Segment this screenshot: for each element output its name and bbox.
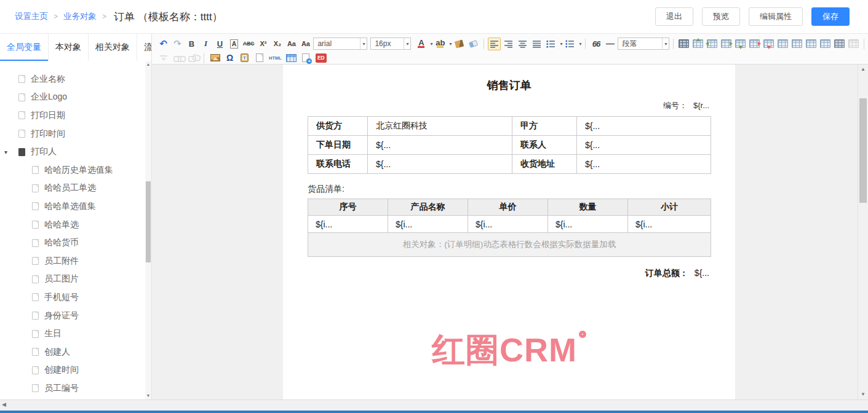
cell-address-value[interactable]: ${... bbox=[577, 155, 711, 174]
delete-column-icon[interactable] bbox=[762, 37, 775, 50]
to-lowercase-icon[interactable]: Aa bbox=[299, 37, 312, 50]
editor-scrollbar[interactable]: ▲ ▼ bbox=[858, 65, 868, 399]
undo-icon[interactable]: ↶ bbox=[157, 37, 170, 50]
paragraph-format-select[interactable]: 段落▾ bbox=[618, 37, 669, 50]
split-cells-rows-icon[interactable] bbox=[805, 37, 818, 50]
font-size-select[interactable]: 16px▾ bbox=[370, 37, 411, 50]
split-cells-columns-icon[interactable] bbox=[819, 37, 832, 50]
align-left-icon[interactable] bbox=[488, 37, 501, 50]
document-title[interactable]: 销售订单 bbox=[283, 65, 735, 93]
insert-table-icon[interactable] bbox=[677, 37, 690, 50]
document-page[interactable]: 销售订单 编号：${r... 供货方 北京红圈科技 甲方 ${... 下单日期 … bbox=[283, 65, 735, 399]
cell-address-label[interactable]: 收货地址 bbox=[512, 155, 577, 174]
col-seq-no[interactable]: 序号 bbox=[308, 199, 388, 216]
items-list-label[interactable]: 货品清单: bbox=[308, 184, 735, 195]
insert-row-below-icon[interactable] bbox=[734, 37, 747, 50]
caret-down-icon[interactable]: ▾ bbox=[4, 149, 7, 155]
sidebar-item-employee-no[interactable]: 员工编号 bbox=[0, 379, 145, 398]
insert-column-left-icon[interactable] bbox=[706, 37, 719, 50]
ordered-list-icon[interactable] bbox=[544, 37, 557, 50]
underline-icon[interactable]: U bbox=[213, 37, 226, 50]
cell-phone-value[interactable]: ${... bbox=[368, 155, 512, 174]
scroll-down-icon[interactable]: ▼ bbox=[858, 390, 868, 399]
highlight-color-icon[interactable]: ab bbox=[434, 37, 447, 50]
cell-buyer-value[interactable]: ${... bbox=[577, 117, 711, 136]
tab-global-variables[interactable]: 全局变量 bbox=[0, 34, 49, 61]
preview-button[interactable]: 预览 bbox=[702, 7, 740, 26]
item-cell-qty[interactable]: ${i... bbox=[548, 216, 628, 233]
sidebar-item-print-date[interactable]: 打印日期 bbox=[0, 106, 145, 125]
col-subtotal[interactable]: 小计 bbox=[628, 199, 711, 216]
item-cell-price[interactable]: ${i... bbox=[468, 216, 548, 233]
paste-from-word-icon[interactable] bbox=[238, 52, 251, 65]
sidebar-item-employee-select[interactable]: 哈哈员工单选 bbox=[0, 179, 145, 198]
align-right-icon[interactable] bbox=[502, 37, 515, 50]
font-color-icon[interactable]: A bbox=[415, 37, 428, 50]
sidebar-item-history-select-set[interactable]: 哈哈历史单选值集 bbox=[0, 161, 145, 179]
italic-icon[interactable]: I bbox=[199, 37, 212, 50]
sidebar-scrollbar-thumb[interactable] bbox=[146, 181, 151, 262]
merge-cells-right-icon[interactable] bbox=[776, 37, 789, 50]
sidebar-item-id-number[interactable]: 身份证号 bbox=[0, 307, 145, 325]
field-editor-icon[interactable]: ED bbox=[314, 52, 328, 65]
sidebar-item-creator[interactable]: 创建人 bbox=[0, 343, 145, 361]
strikethrough-icon[interactable]: ABC bbox=[242, 37, 255, 50]
align-center-icon[interactable] bbox=[516, 37, 529, 50]
sidebar-item-print-user[interactable]: ▾打印人 bbox=[0, 143, 145, 161]
insert-image-icon[interactable] bbox=[209, 52, 221, 65]
sidebar-item-birthday[interactable]: 生日 bbox=[0, 324, 145, 343]
insert-template-icon[interactable] bbox=[300, 52, 313, 65]
editor-scrollbar-thumb[interactable] bbox=[859, 98, 867, 203]
subscript-icon[interactable]: X₂ bbox=[271, 37, 284, 50]
sidebar-item-create-time[interactable]: 创建时间 bbox=[0, 361, 145, 380]
scroll-left-icon[interactable]: ◀ bbox=[2, 401, 6, 407]
sidebar-item-employee-attachment[interactable]: 员工附件 bbox=[0, 252, 145, 270]
blockquote-icon[interactable]: 66 bbox=[589, 37, 602, 50]
delete-row-icon[interactable] bbox=[748, 37, 761, 50]
cell-supplier-value[interactable]: 北京红圈科技 bbox=[368, 117, 512, 136]
sidebar-item-company-name[interactable]: 企业名称 bbox=[0, 70, 145, 88]
scroll-up-icon[interactable]: ▲ bbox=[858, 65, 868, 74]
sidebar-item-print-time[interactable]: 打印时间 bbox=[0, 125, 145, 143]
unordered-list-icon[interactable] bbox=[563, 37, 576, 50]
font-family-select[interactable]: arial▾ bbox=[313, 37, 367, 50]
tab-related-objects[interactable]: 相关对象 bbox=[89, 34, 137, 61]
insert-row-above-icon[interactable] bbox=[691, 37, 704, 50]
bold-icon[interactable]: B bbox=[185, 37, 198, 50]
cell-contact-value[interactable]: ${... bbox=[577, 136, 711, 155]
eraser-icon[interactable] bbox=[467, 37, 480, 50]
new-document-icon[interactable] bbox=[253, 52, 266, 65]
cell-supplier-label[interactable]: 供货方 bbox=[308, 117, 368, 136]
special-character-icon[interactable]: Ω bbox=[223, 52, 236, 65]
edit-properties-button[interactable]: 编辑属性 bbox=[749, 7, 803, 26]
redo-icon[interactable]: ↷ bbox=[171, 37, 184, 50]
item-cell-product[interactable]: ${i... bbox=[388, 216, 468, 233]
dynamic-table-icon[interactable] bbox=[285, 52, 298, 65]
horizontal-scrollbar[interactable]: ◀ bbox=[0, 399, 868, 411]
cell-contact-label[interactable]: 联系人 bbox=[512, 136, 577, 155]
sidebar-item-phone-short-no[interactable]: 手机短号 bbox=[0, 288, 145, 307]
scroll-down-icon[interactable]: ▼ bbox=[145, 392, 151, 399]
sidebar-item-currency[interactable]: 哈哈货币 bbox=[0, 234, 145, 252]
save-button[interactable]: 保存 bbox=[811, 7, 850, 26]
tab-process-history[interactable]: 流程历史 bbox=[137, 34, 152, 61]
character-border-icon[interactable]: A bbox=[228, 37, 241, 50]
html-source-icon[interactable]: HTML bbox=[268, 52, 283, 65]
scroll-up-icon[interactable]: ▲ bbox=[145, 61, 151, 68]
sidebar-item-company-logo[interactable]: 企业Logo bbox=[0, 88, 145, 107]
merge-cells-down-icon[interactable] bbox=[790, 37, 803, 50]
tab-this-object[interactable]: 本对象 bbox=[49, 34, 89, 61]
order-number-line[interactable]: 编号：${r... bbox=[283, 100, 735, 111]
item-cell-seq[interactable]: ${i... bbox=[308, 216, 388, 233]
cell-phone-label[interactable]: 联系电话 bbox=[308, 155, 368, 174]
exit-button[interactable]: 退出 bbox=[655, 7, 693, 26]
format-painter-icon[interactable] bbox=[453, 37, 466, 50]
horizontal-rule-icon[interactable]: — bbox=[603, 37, 616, 50]
sidebar-item-select-value-set[interactable]: 哈哈单选值集 bbox=[0, 197, 145, 216]
breadcrumb-settings-home[interactable]: 设置主页 bbox=[15, 11, 48, 22]
to-uppercase-icon[interactable]: Aa bbox=[285, 37, 298, 50]
col-quantity[interactable]: 数量 bbox=[548, 199, 628, 216]
cell-buyer-label[interactable]: 甲方 bbox=[512, 117, 577, 136]
col-product-name[interactable]: 产品名称 bbox=[388, 199, 468, 216]
col-unit-price[interactable]: 单价 bbox=[468, 199, 548, 216]
